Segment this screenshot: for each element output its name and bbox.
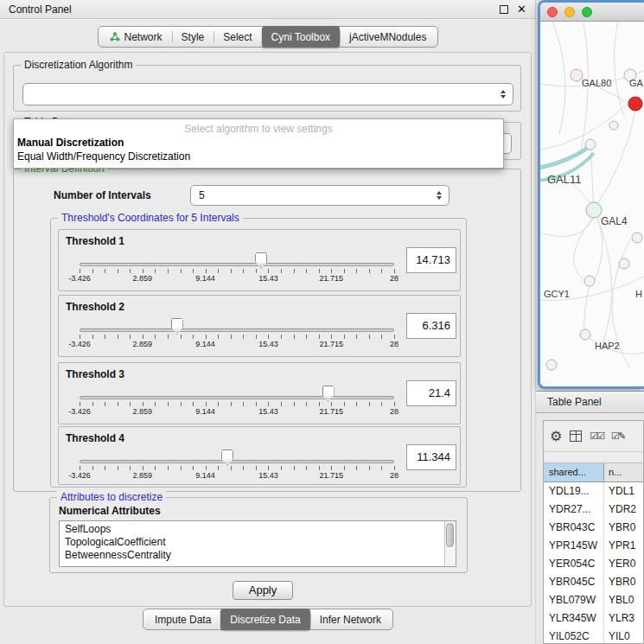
table-row[interactable]: YBL079WYBL0 — [544, 591, 643, 609]
threshold-value-field[interactable]: 6.316 — [406, 313, 456, 339]
tab-infer-network[interactable]: Infer Network — [310, 610, 391, 628]
table-cell-name[interactable]: YER0 — [604, 555, 643, 573]
slider-tick — [130, 402, 131, 406]
network-node[interactable] — [571, 69, 583, 81]
table-cell-name[interactable]: YPR1 — [604, 537, 643, 555]
network-node[interactable] — [584, 276, 595, 286]
float-window-icon[interactable] — [500, 5, 508, 14]
slider-scale-label: 2.859 — [133, 274, 153, 283]
popup-item-equal-width-frequency[interactable]: Equal Width/Frequency Discretization — [14, 150, 503, 163]
attribute-list-item[interactable]: TopologicalCoefficient — [65, 536, 444, 549]
select-columns-icon[interactable]: ☑☑ — [590, 431, 603, 441]
scrollbar-thumb[interactable] — [446, 523, 454, 547]
slider-tick — [306, 269, 307, 273]
slider-track[interactable] — [80, 328, 394, 332]
slider-tick — [155, 402, 156, 406]
table-cell-shared-name[interactable]: YLR345W — [544, 609, 604, 628]
tab-jactivemnodules[interactable]: jActiveMNodules — [340, 28, 436, 46]
table-splitter[interactable] — [544, 452, 643, 463]
minimize-traffic-light-icon[interactable] — [564, 7, 575, 17]
table-cell-shared-name[interactable]: YDR27... — [544, 501, 604, 519]
slider-scale-label: 28 — [390, 471, 399, 480]
number-of-intervals-spinner[interactable]: 5 — [190, 185, 450, 206]
threshold-panel: Threshold 2 6.316 -3.4262.8599.14415.432… — [58, 295, 461, 357]
gear-icon[interactable]: ⚙ — [550, 430, 562, 443]
slider-tick — [294, 402, 295, 406]
selected-network-node[interactable] — [628, 97, 642, 111]
table-cell-name[interactable]: YBL0 — [604, 591, 643, 609]
tab-label: Select — [223, 31, 252, 43]
slider-track[interactable] — [80, 263, 394, 266]
slider-track[interactable] — [80, 460, 394, 463]
tab-cyni-toolbox[interactable]: Cyni Toolbox — [262, 26, 340, 48]
table-cell-name[interactable]: YDL1 — [604, 482, 643, 501]
popup-item-manual-discretization[interactable]: Manual Discretization — [14, 136, 503, 150]
table-row[interactable]: YIL052CYIL0 — [544, 628, 643, 644]
tab-discretize-data[interactable]: Discretize Data — [220, 609, 309, 630]
table-cell-name[interactable]: YDR2 — [604, 501, 643, 519]
list-scrollbar[interactable] — [444, 521, 456, 566]
network-nodes[interactable] — [546, 69, 642, 370]
table-cell-shared-name[interactable]: YPR145W — [544, 537, 604, 555]
table-cell-name[interactable]: YBR0 — [604, 573, 643, 591]
table-row[interactable]: YPR145WYPR1 — [544, 537, 643, 555]
table-row[interactable]: YLR345WYLR3 — [544, 609, 643, 628]
slider-tick — [231, 466, 232, 470]
tab-network[interactable]: Network — [100, 28, 172, 46]
slider-handle[interactable] — [221, 450, 233, 466]
attribute-list-item[interactable]: SelfLoops — [65, 523, 444, 536]
table-cell-shared-name[interactable]: YDL19... — [544, 482, 604, 501]
table-cell-name[interactable]: YBR0 — [604, 519, 643, 537]
network-node[interactable] — [546, 360, 557, 370]
slider-tick — [218, 269, 219, 273]
table-columns-icon[interactable] — [570, 430, 582, 442]
table-row[interactable]: YBR043CYBR0 — [544, 519, 643, 537]
close-traffic-light-icon[interactable] — [547, 7, 558, 17]
table-cell-name[interactable]: YLR3 — [604, 609, 643, 628]
table-row[interactable]: YDL19...YDL1 — [544, 482, 643, 501]
slider-track[interactable] — [80, 396, 394, 399]
slider-tick — [256, 402, 257, 406]
group-label: Attributes to discretize — [57, 491, 166, 503]
table-cell-shared-name[interactable]: YBR043C — [544, 519, 604, 537]
algorithm-combobox[interactable] — [22, 83, 513, 105]
network-node[interactable] — [609, 121, 618, 130]
table-row[interactable]: YDR27...YDR2 — [544, 501, 643, 519]
threshold-value-field[interactable]: 14.713 — [406, 247, 456, 273]
network-node[interactable] — [632, 233, 642, 243]
threshold-value-field[interactable]: 11.344 — [406, 444, 456, 470]
apply-button[interactable]: Apply — [233, 581, 293, 600]
slider-handle[interactable] — [171, 318, 183, 335]
zoom-traffic-light-icon[interactable] — [582, 7, 592, 17]
network-node[interactable] — [580, 329, 590, 340]
table-cell-shared-name[interactable]: YBR045C — [544, 573, 604, 591]
network-node[interactable] — [619, 258, 629, 269]
slider-tick — [118, 335, 118, 339]
slider-handle[interactable] — [255, 252, 267, 269]
slider-tick — [155, 269, 156, 273]
tab-style[interactable]: Style — [172, 28, 214, 46]
column-header-name[interactable]: n... — [604, 463, 643, 481]
tab-impute-data[interactable]: Impute Data — [145, 610, 220, 628]
table-cell-shared-name[interactable]: YER054C — [544, 555, 604, 573]
slider-handle[interactable] — [322, 386, 335, 402]
network-canvas[interactable]: GAL80 GA GAL11 GAL4 GCY1 H HAP2 — [540, 22, 644, 386]
attribute-list-item[interactable]: BetweennessCentrality — [65, 549, 444, 562]
table-cell-shared-name[interactable]: YBL079W — [544, 591, 604, 609]
table-cell-shared-name[interactable]: YIL052C — [544, 628, 604, 644]
table-row[interactable]: YER054CYER0 — [544, 555, 643, 573]
network-node[interactable] — [586, 202, 602, 218]
tab-select[interactable]: Select — [214, 28, 261, 46]
slider-tick — [243, 335, 244, 339]
threshold-value-field[interactable]: 21.4 — [406, 380, 456, 406]
network-node[interactable] — [585, 139, 596, 150]
edit-values-icon[interactable]: ☑✎ — [611, 431, 624, 441]
table-row[interactable]: YBR045CYBR0 — [544, 573, 643, 591]
close-window-icon[interactable]: ✕ — [517, 3, 526, 15]
slider-tick — [193, 402, 194, 406]
spinner-arrows-icon[interactable] — [437, 191, 442, 200]
slider-tick — [181, 269, 182, 273]
column-header-shared-name[interactable]: shared... — [544, 463, 604, 481]
slider-tick — [268, 466, 269, 470]
table-cell-name[interactable]: YIL0 — [604, 628, 643, 644]
